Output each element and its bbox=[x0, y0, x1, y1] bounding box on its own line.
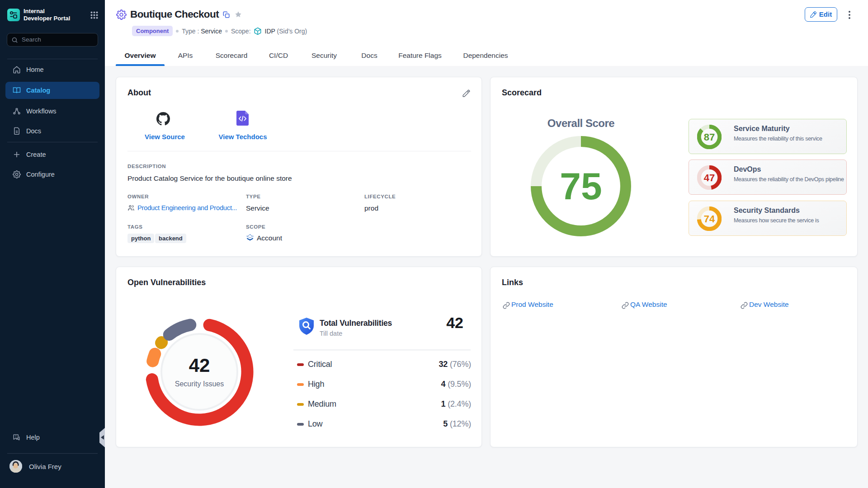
svg-text:74: 74 bbox=[704, 213, 715, 225]
svg-text:?: ? bbox=[15, 435, 17, 438]
svg-text:Security Issues: Security Issues bbox=[175, 380, 224, 388]
svg-text:42: 42 bbox=[189, 355, 210, 376]
svg-text:87: 87 bbox=[704, 131, 715, 143]
svg-text:75: 75 bbox=[560, 165, 602, 207]
svg-text:47: 47 bbox=[704, 172, 715, 183]
